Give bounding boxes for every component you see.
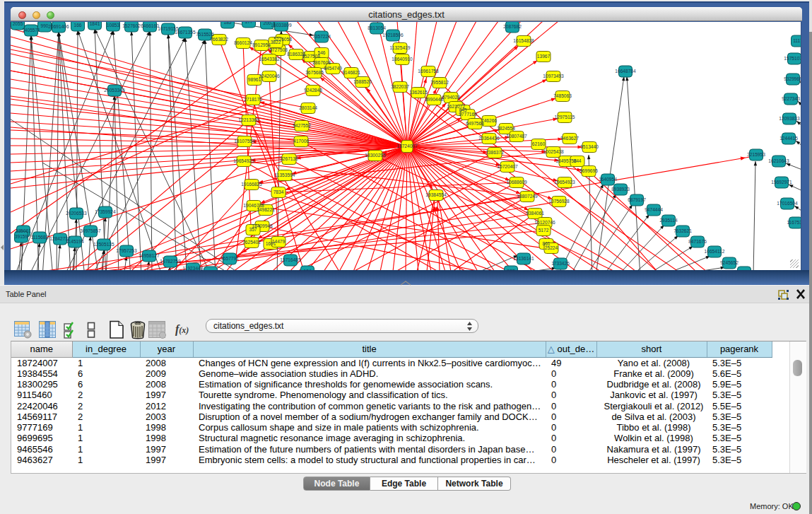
svg-text:417006: 417006 [293, 139, 309, 144]
svg-text:7386372: 7386372 [486, 150, 504, 155]
svg-text:2718176: 2718176 [244, 97, 262, 102]
svg-text:11923448: 11923448 [183, 266, 204, 270]
svg-text:16154838: 16154838 [513, 38, 534, 43]
svg-text:17359924: 17359924 [95, 209, 116, 214]
svg-text:16648784: 16648784 [615, 69, 636, 74]
svg-text:5172: 5172 [539, 228, 549, 233]
svg-text:1115682: 1115682 [31, 235, 49, 240]
svg-text:1588520: 1588520 [353, 79, 372, 84]
svg-text:9146821: 9146821 [342, 70, 360, 75]
svg-text:95: 95 [208, 269, 213, 270]
svg-text:9777169: 9777169 [459, 112, 477, 117]
svg-text:8912954: 8912954 [252, 42, 271, 47]
svg-text:6466160: 6466160 [141, 23, 159, 28]
svg-text:17957253: 17957253 [116, 248, 137, 253]
svg-text:546: 546 [317, 50, 325, 55]
svg-text:3215953: 3215953 [747, 152, 765, 157]
svg-text:10654112: 10654112 [705, 249, 725, 254]
svg-text:9474444: 9474444 [645, 207, 663, 212]
svg-text:14479: 14479 [272, 239, 286, 244]
svg-text:18807249: 18807249 [517, 194, 538, 199]
svg-text:16210643: 16210643 [768, 158, 789, 163]
svg-text:990: 990 [40, 23, 48, 28]
svg-text:9513440: 9513440 [580, 144, 599, 149]
svg-text:22420046: 22420046 [259, 74, 280, 78]
svg-text:6794028: 6794028 [442, 95, 460, 100]
svg-text:1640954: 1640954 [599, 177, 617, 182]
svg-text:11353594: 11353594 [275, 173, 295, 177]
svg-text:10807487: 10807487 [506, 134, 527, 139]
svg-text:1167534: 1167534 [787, 220, 801, 225]
svg-text:15716485: 15716485 [280, 257, 301, 262]
svg-text:3822: 3822 [271, 40, 281, 45]
svg-text:18107554: 18107554 [234, 139, 255, 144]
svg-text:335061: 335061 [16, 228, 31, 233]
svg-text:9242848: 9242848 [304, 88, 322, 93]
svg-text:1362615: 1362615 [409, 90, 428, 95]
svg-text:844: 844 [573, 158, 581, 163]
svg-text:1145194: 1145194 [66, 239, 84, 244]
svg-text:2867608: 2867608 [312, 60, 331, 65]
svg-text:15751074: 15751074 [784, 56, 801, 61]
svg-text:2935114: 2935114 [659, 218, 678, 223]
svg-text:7834: 7834 [273, 189, 284, 194]
svg-text:876: 876 [740, 269, 748, 270]
svg-text:10973493: 10973493 [543, 74, 564, 78]
svg-text:16961758: 16961758 [418, 69, 439, 74]
svg-text:6879197: 6879197 [628, 197, 646, 202]
svg-text:9245652: 9245652 [720, 260, 739, 265]
svg-text:200: 200 [263, 22, 271, 25]
svg-text:16120746: 16120746 [534, 220, 555, 225]
svg-text:1244415: 1244415 [779, 136, 798, 141]
svg-text:7663822: 7663822 [210, 37, 228, 42]
svg-text:12505135: 12505135 [93, 242, 114, 247]
svg-text:18724007: 18724007 [396, 144, 418, 148]
svg-text:16543382: 16543382 [259, 57, 280, 62]
svg-text:19218506: 19218506 [382, 33, 404, 37]
svg-text:39159: 39159 [15, 234, 28, 239]
svg-text:8938923: 8938923 [611, 187, 630, 192]
svg-text:98961: 98961 [248, 77, 261, 82]
svg-text:3267130: 3267130 [280, 156, 298, 161]
svg-text:10025438: 10025438 [543, 149, 564, 154]
svg-text:937: 937 [507, 269, 514, 270]
svg-text:12975115: 12975115 [555, 115, 575, 119]
svg-text:1733426: 1733426 [551, 261, 570, 266]
svg-text:20364436: 20364436 [478, 136, 500, 141]
svg-text:18640910: 18640910 [392, 57, 413, 62]
svg-text:357: 357 [249, 227, 257, 232]
svg-text:8660124: 8660124 [234, 40, 252, 45]
svg-text:1405571: 1405571 [22, 28, 40, 33]
svg-text:8454749: 8454749 [324, 66, 342, 71]
svg-text:9329966: 9329966 [784, 76, 801, 81]
svg-text:17016504: 17016504 [777, 201, 798, 206]
svg-text:9657791: 9657791 [220, 256, 239, 261]
svg-text:16033809: 16033809 [271, 23, 292, 28]
svg-text:30975857: 30975857 [80, 228, 101, 233]
svg-text:124: 124 [303, 269, 311, 270]
svg-text:9699695: 9699695 [579, 168, 598, 173]
svg-text:1117: 1117 [793, 38, 801, 43]
svg-text:20691406: 20691406 [48, 24, 69, 29]
svg-text:19654923: 19654923 [554, 180, 575, 185]
svg-text:12093833: 12093833 [779, 116, 800, 121]
svg-text:1841: 1841 [90, 22, 100, 26]
svg-text:8813054: 8813054 [367, 25, 386, 30]
svg-text:2087682: 2087682 [503, 24, 522, 29]
svg-text:166: 166 [73, 23, 81, 28]
svg-text:18300295: 18300295 [365, 153, 386, 158]
svg-text:1498221: 1498221 [257, 207, 275, 212]
svg-text:7625402: 7625402 [242, 240, 261, 245]
svg-text:12213369: 12213369 [238, 117, 259, 122]
svg-text:7515526: 7515526 [196, 32, 214, 37]
svg-text:3822037: 3822037 [391, 84, 409, 89]
svg-text:19384554: 19384554 [425, 192, 447, 197]
svg-text:3675685: 3675685 [305, 70, 324, 75]
svg-text:3824554: 3824554 [497, 126, 515, 131]
svg-text:15720407: 15720407 [497, 164, 518, 169]
svg-text:2803144: 2803144 [299, 105, 317, 110]
svg-text:9427552: 9427552 [293, 123, 311, 128]
svg-text:8990448: 8990448 [425, 97, 443, 102]
svg-text:15136141: 15136141 [513, 256, 534, 261]
svg-text:10688609: 10688609 [506, 180, 527, 185]
